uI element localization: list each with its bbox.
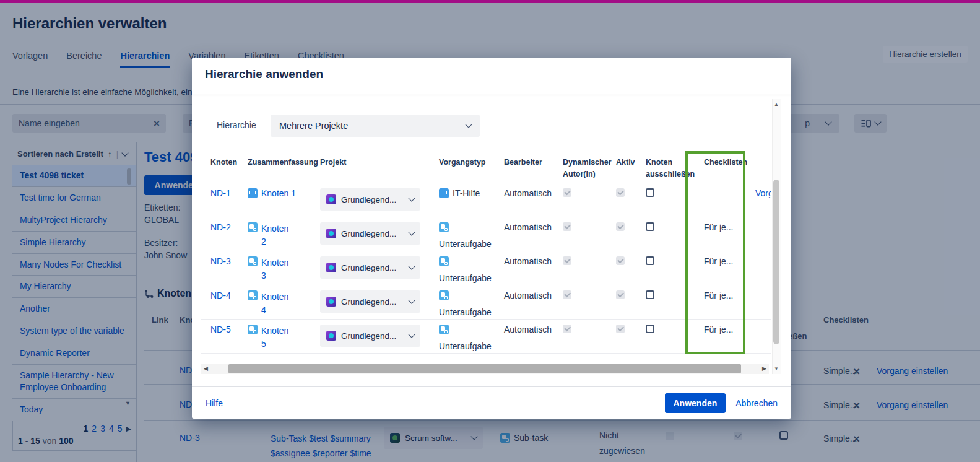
project-select[interactable]: Grundlegend... xyxy=(320,188,420,211)
summary-link[interactable]: Knoten 3 xyxy=(261,256,293,282)
project-avatar-icon xyxy=(326,229,336,238)
hierarchy-select[interactable]: Mehrere Projekte xyxy=(271,115,480,137)
project-value: Grundlegend... xyxy=(341,263,404,272)
modal-horizontal-scrollbar[interactable]: ◀ ▶ xyxy=(201,364,769,374)
subtask-icon xyxy=(439,256,449,266)
project-avatar-icon xyxy=(326,297,336,307)
set-issue-link[interactable]: Vorgang einstellen xyxy=(755,188,771,198)
project-select[interactable]: Grundlegend... xyxy=(320,222,420,245)
project-avatar-icon xyxy=(326,331,336,341)
issue-key-link[interactable]: ND-1 xyxy=(210,188,231,198)
col-dynamischer-autor: Dynamischer Autor(in) xyxy=(563,157,611,181)
subtask-icon xyxy=(439,290,449,300)
summary-link[interactable]: Knoten 4 xyxy=(261,290,293,316)
screen: Hierarchien verwalten Vorlagen Bereiche … xyxy=(0,0,980,462)
exclude-node-checkbox[interactable] xyxy=(646,256,654,265)
issuetype-cell: Unteraufgabe xyxy=(439,290,501,317)
hierarchy-select-value: Mehrere Projekte xyxy=(279,121,348,131)
issuetype-label: Unteraufgabe xyxy=(439,307,501,317)
chevron-down-icon xyxy=(408,263,415,269)
exclude-node-checkbox[interactable] xyxy=(646,290,654,299)
cancel-button[interactable]: Abbrechen xyxy=(735,398,778,408)
modal-title: Hierarchie anwenden xyxy=(205,68,323,81)
scroll-up-icon[interactable]: ▲ xyxy=(774,102,779,107)
summary-link[interactable]: Knoten 2 xyxy=(261,222,293,248)
apply-button[interactable]: Anwenden xyxy=(665,393,726,413)
scroll-right-icon[interactable]: ▶ xyxy=(762,365,766,372)
col-vorgangstyp: Vorgangstyp xyxy=(439,157,485,168)
issuetype-cell: Unteraufgabe xyxy=(439,256,501,283)
assignee-cell: Automatisch xyxy=(504,290,560,300)
col-bearbeiter: Bearbeiter xyxy=(504,157,542,168)
apply-hierarchy-modal: Hierarchie anwenden Hierarchie Mehrere P… xyxy=(192,58,791,419)
scroll-left-icon[interactable]: ◀ xyxy=(204,365,208,372)
exclude-node-checkbox[interactable] xyxy=(646,222,654,231)
subtask-icon xyxy=(248,256,258,266)
issuetype-label: Unteraufgabe xyxy=(439,273,501,283)
assignee-cell: Automatisch xyxy=(504,325,560,334)
project-select[interactable]: Grundlegend... xyxy=(320,290,420,313)
exclude-node-checkbox[interactable] xyxy=(646,188,654,197)
subtask-icon xyxy=(248,325,258,334)
modal-vertical-scrollbar[interactable]: ▲ ▼ xyxy=(772,99,781,374)
checklisten-annotation-box xyxy=(685,151,745,354)
active-checkbox xyxy=(616,325,625,333)
issuetype-label: Unteraufgabe xyxy=(439,239,501,249)
project-select[interactable]: Grundlegend... xyxy=(320,256,420,279)
assignee-cell: Automatisch xyxy=(504,222,560,232)
chevron-down-icon xyxy=(408,229,415,235)
active-checkbox xyxy=(616,222,625,231)
dynamic-author-checkbox xyxy=(563,188,571,197)
assignee-cell: Automatisch xyxy=(504,256,560,266)
chevron-down-icon xyxy=(408,194,415,201)
col-knoten: Knoten xyxy=(210,157,237,168)
issuetype-cell: IT-Hilfe xyxy=(439,188,501,198)
modal-header-divider xyxy=(192,94,791,94)
issuetype-label: Unteraufgabe xyxy=(439,341,501,351)
active-checkbox xyxy=(616,256,625,265)
project-select[interactable]: Grundlegend... xyxy=(320,325,420,347)
summary-link[interactable]: Knoten 1 xyxy=(261,188,296,198)
issue-key-link[interactable]: ND-5 xyxy=(210,325,231,334)
issue-key-link[interactable]: ND-2 xyxy=(210,222,231,232)
dynamic-author-checkbox xyxy=(563,325,571,333)
project-value: Grundlegend... xyxy=(341,195,404,204)
it-help-issuetype-icon xyxy=(248,188,258,198)
col-zusammenfassung: Zusammenfassung xyxy=(248,157,318,168)
issuetype-label: IT-Hilfe xyxy=(453,188,480,198)
summary-link[interactable]: Knoten 5 xyxy=(261,325,293,351)
it-help-issuetype-icon xyxy=(439,188,449,198)
exclude-node-checkbox[interactable] xyxy=(646,325,654,333)
dynamic-author-checkbox xyxy=(563,290,571,299)
subtask-icon xyxy=(439,222,449,232)
active-checkbox xyxy=(616,290,625,299)
project-avatar-icon xyxy=(326,263,336,272)
assignee-cell: Automatisch xyxy=(504,188,560,198)
project-value: Grundlegend... xyxy=(341,229,404,238)
top-accent-bar xyxy=(0,0,980,3)
horizontal-scrollbar-thumb[interactable] xyxy=(228,364,741,373)
modal-footer: Hilfe Anwenden Abbrechen xyxy=(192,386,791,419)
help-link[interactable]: Hilfe xyxy=(206,398,223,408)
issue-key-link[interactable]: ND-4 xyxy=(210,290,231,300)
dynamic-author-checkbox xyxy=(563,256,571,265)
col-projekt: Projekt xyxy=(320,157,346,168)
col-aktiv: Aktiv xyxy=(616,157,635,168)
issuetype-cell: Unteraufgabe xyxy=(439,222,501,249)
active-checkbox xyxy=(616,188,625,197)
subtask-icon xyxy=(439,325,449,334)
chevron-down-icon xyxy=(408,297,415,303)
dynamic-author-checkbox xyxy=(563,222,571,231)
chevron-down-icon xyxy=(465,121,472,128)
project-avatar-icon xyxy=(326,194,336,204)
project-value: Grundlegend... xyxy=(341,297,404,307)
project-value: Grundlegend... xyxy=(341,331,404,341)
chevron-down-icon xyxy=(408,331,415,338)
vertical-scrollbar-thumb[interactable] xyxy=(773,180,779,344)
issue-key-link[interactable]: ND-3 xyxy=(210,256,231,266)
hierarchy-select-label: Hierarchie xyxy=(217,120,256,130)
scroll-down-icon[interactable]: ▼ xyxy=(774,366,779,372)
subtask-icon xyxy=(248,290,258,300)
subtask-icon xyxy=(248,222,258,232)
issuetype-cell: Unteraufgabe xyxy=(439,325,501,351)
